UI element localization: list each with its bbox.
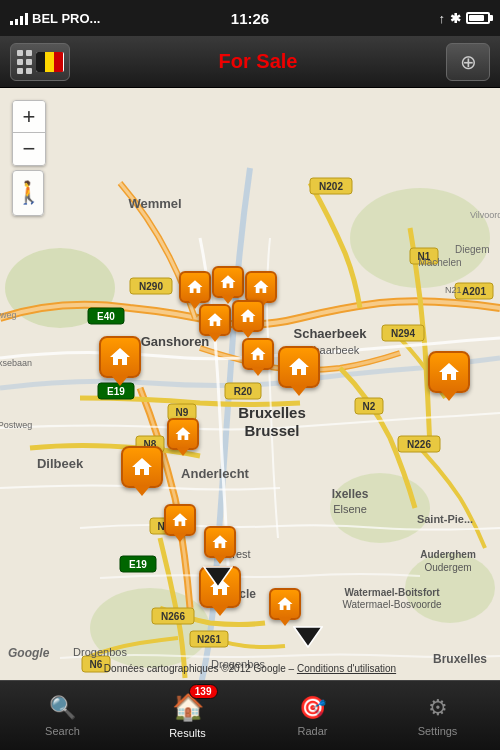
svg-marker-68 [204, 567, 232, 587]
tab-results-label: Results [169, 727, 206, 739]
google-logo: Google [8, 646, 49, 660]
settings-icon-wrap [428, 695, 448, 721]
street-view-button[interactable]: 🚶 [12, 170, 44, 216]
bluetooth-icon: ✱ [450, 11, 461, 26]
attribution-link[interactable]: Conditions d'utilisation [297, 663, 396, 674]
svg-text:N202: N202 [319, 181, 343, 192]
search-icon-wrap [49, 695, 76, 721]
svg-text:Postweg: Postweg [0, 420, 32, 430]
svg-marker-69 [294, 627, 322, 647]
house-marker-5[interactable] [232, 300, 264, 332]
results-badge: 139 [189, 684, 218, 699]
grid-list-toggle-button[interactable] [10, 43, 70, 81]
svg-text:Saint-Pie...: Saint-Pie... [417, 513, 473, 525]
search-icon [49, 705, 76, 717]
svg-text:Brussel: Brussel [244, 422, 299, 439]
svg-text:N266: N266 [161, 611, 185, 622]
map-background: N202 N290 E40 E19 N1 A201 N9 R20 N2 N294… [0, 88, 500, 680]
tab-radar-label: Radar [298, 725, 328, 737]
grid-icon [17, 50, 32, 74]
status-bar: BEL PRO... 11:26 ↑ ✱ [0, 0, 500, 36]
svg-text:Machelen: Machelen [418, 257, 461, 268]
carrier-label: BEL PRO... [32, 11, 100, 26]
tab-results[interactable]: 139 Results [125, 681, 250, 750]
svg-text:Ganshoren: Ganshoren [141, 334, 210, 349]
house-marker-15[interactable] [269, 588, 301, 620]
svg-text:N294: N294 [391, 328, 415, 339]
svg-text:N21: N21 [445, 285, 462, 295]
flag-icon [36, 52, 64, 72]
map-zoom-controls: + − [12, 100, 46, 166]
svg-text:Wemmel: Wemmel [128, 196, 181, 211]
svg-text:R20: R20 [234, 386, 253, 397]
house-icon [172, 706, 204, 718]
arrow-marker-2[interactable] [293, 619, 323, 653]
target-icon: ⊕ [460, 50, 477, 74]
location-target-button[interactable]: ⊕ [446, 43, 490, 81]
status-right: ↑ ✱ [439, 11, 491, 26]
svg-text:A201: A201 [462, 286, 486, 297]
svg-text:Oudergem: Oudergem [424, 562, 471, 573]
svg-text:Anderlecht: Anderlecht [181, 466, 250, 481]
svg-text:Vilvoorde: Vilvoorde [470, 210, 500, 220]
svg-text:N9: N9 [176, 407, 189, 418]
house-marker-8[interactable] [278, 346, 320, 388]
map-area[interactable]: N202 N290 E40 E19 N1 A201 N9 R20 N2 N294… [0, 88, 500, 680]
svg-text:Watermael-Boitsfort: Watermael-Boitsfort [344, 587, 440, 598]
tab-settings-label: Settings [418, 725, 458, 737]
house-marker-9[interactable] [428, 351, 470, 393]
svg-text:N290: N290 [139, 281, 163, 292]
person-icon: 🚶 [15, 180, 42, 206]
radar-icon [299, 705, 326, 717]
battery-icon [466, 12, 490, 24]
tab-search[interactable]: Search [0, 681, 125, 750]
svg-text:Auderghem: Auderghem [420, 549, 476, 560]
svg-text:N2: N2 [363, 401, 376, 412]
svg-text:Schaerbeek: Schaerbeek [294, 326, 368, 341]
house-marker-4[interactable] [199, 304, 231, 336]
svg-text:E19: E19 [129, 559, 147, 570]
status-left: BEL PRO... [10, 11, 100, 26]
svg-text:Watermael-Bosvoorde: Watermael-Bosvoorde [342, 599, 442, 610]
tab-radar[interactable]: Radar [250, 681, 375, 750]
radar-icon-wrap [299, 695, 326, 721]
house-marker-1[interactable] [179, 271, 211, 303]
svg-text:Dilbeek: Dilbeek [37, 456, 84, 471]
house-marker-11[interactable] [121, 446, 163, 488]
svg-text:ksebaan: ksebaan [0, 358, 32, 368]
time-label: 11:26 [231, 10, 269, 27]
map-attribution: Données cartographiques ©2012 Google – C… [0, 663, 500, 674]
nav-bar: For Sale ⊕ [0, 36, 500, 88]
svg-text:N226: N226 [407, 439, 431, 450]
house-marker-2[interactable] [212, 266, 244, 298]
tab-settings[interactable]: Settings [375, 681, 500, 750]
tab-bar: Search 139 Results Radar Settings [0, 680, 500, 750]
svg-text:Diegem: Diegem [455, 244, 489, 255]
house-marker-12[interactable] [164, 504, 196, 536]
svg-text:E40: E40 [97, 311, 115, 322]
signal-icon [10, 11, 28, 25]
settings-icon [428, 705, 448, 717]
house-marker-13[interactable] [204, 526, 236, 558]
arrow-marker-1[interactable] [203, 559, 233, 593]
location-icon: ↑ [439, 11, 446, 26]
svg-text:Bruxelles: Bruxelles [238, 404, 306, 421]
svg-text:Ixelles: Ixelles [332, 487, 369, 501]
zoom-out-button[interactable]: − [13, 133, 45, 165]
house-marker-3[interactable] [245, 271, 277, 303]
svg-text:N261: N261 [197, 634, 221, 645]
svg-text:E19: E19 [107, 386, 125, 397]
house-marker-7[interactable] [242, 338, 274, 370]
svg-text:Drogenbos: Drogenbos [73, 646, 127, 658]
results-icon-wrap: 139 [172, 692, 204, 723]
svg-point-3 [350, 188, 490, 288]
svg-text:Elsene: Elsene [333, 503, 367, 515]
house-marker-10[interactable] [167, 418, 199, 450]
svg-text:weg: weg [0, 310, 17, 320]
house-marker-6[interactable] [99, 336, 141, 378]
page-title: For Sale [70, 50, 446, 73]
zoom-in-button[interactable]: + [13, 101, 45, 133]
tab-search-label: Search [45, 725, 80, 737]
